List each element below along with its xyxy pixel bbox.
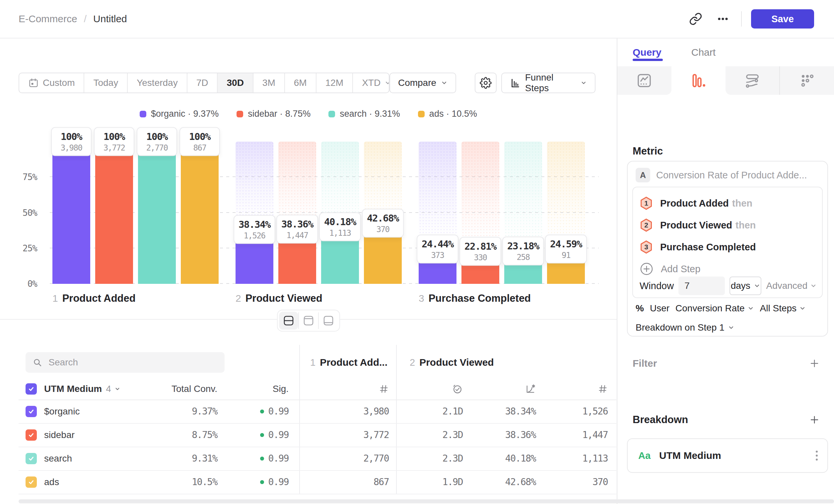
sig-dot-icon: [260, 433, 264, 437]
row-checkbox[interactable]: [25, 453, 37, 464]
tab-chart[interactable]: Chart: [692, 39, 716, 66]
top-bar: E-Commerce / Untitled Save: [0, 0, 834, 39]
chart-settings-button[interactable]: [475, 73, 497, 93]
value-label: 42.68%370: [362, 209, 404, 238]
report-title[interactable]: Untitled: [93, 13, 127, 25]
bar-slot: 42.68%370: [364, 142, 402, 284]
breadcrumb-project[interactable]: E-Commerce: [19, 13, 77, 25]
more-actions-button[interactable]: [714, 10, 732, 28]
measure-type-selector[interactable]: Conversion Rate: [676, 303, 754, 314]
range-xtd[interactable]: XTD: [353, 73, 390, 92]
user-count: 2,770: [142, 143, 172, 153]
legend-label: sidebar · 8.75%: [248, 109, 310, 119]
sig-value: 0.99: [268, 453, 289, 464]
user-count: 3,772: [99, 143, 129, 153]
x-axis-labels: 1Product Added2Product Viewed3Purchase C…: [50, 293, 599, 308]
select-all-checkbox[interactable]: [25, 383, 37, 395]
tab-query[interactable]: Query: [633, 39, 661, 66]
chart-type-flow[interactable]: [726, 66, 780, 95]
breadcrumb-separator: /: [84, 13, 87, 25]
range-3m[interactable]: 3M: [254, 73, 285, 92]
chevron-down-icon: [385, 79, 390, 86]
conversion-pct: 100%: [184, 131, 215, 142]
query-step-1[interactable]: 1Product Added then: [640, 193, 815, 214]
step1-count: 3,772: [299, 429, 396, 440]
range-label: 12M: [325, 77, 343, 88]
range-label: Custom: [43, 77, 75, 88]
range-7d[interactable]: 7D: [188, 73, 218, 92]
sig-header[interactable]: Sig.: [217, 384, 289, 394]
calendar-icon: [28, 77, 39, 88]
step-name: Product Viewed: [245, 293, 323, 304]
step-number: 2: [236, 293, 241, 304]
range-today[interactable]: Today: [84, 73, 128, 92]
legend-item-sidebar[interactable]: sidebar · 8.75%: [237, 109, 310, 119]
window-value-input[interactable]: [678, 277, 725, 295]
count-column-header[interactable]: [299, 384, 396, 394]
breakdown-item[interactable]: Aa UTM Medium: [627, 438, 828, 473]
metric-header[interactable]: A Conversion Rate of Product Adde...: [636, 167, 819, 183]
row-checkbox[interactable]: [25, 406, 37, 417]
chevron-down-icon[interactable]: [114, 386, 120, 392]
measure-scope-selector[interactable]: All Steps: [760, 303, 806, 314]
group-by-label[interactable]: UTM Medium: [44, 384, 102, 394]
step2-count: 1,447: [536, 429, 608, 440]
chevron-down-icon: [754, 282, 760, 289]
conv-rate-column-header[interactable]: [463, 384, 536, 394]
chart-type-insights[interactable]: [617, 66, 672, 95]
avg-time-column-header[interactable]: [396, 384, 463, 394]
range-30d[interactable]: 30D: [218, 73, 253, 92]
kebab-menu-icon[interactable]: [815, 449, 819, 462]
total-conv-header[interactable]: Total Conv.: [171, 384, 217, 394]
range-12m[interactable]: 12M: [316, 73, 353, 92]
bar-sidebar-step1[interactable]: [95, 142, 133, 284]
conversion-pct: 38.34%: [239, 219, 270, 230]
share-link-button[interactable]: [687, 10, 705, 28]
funnel-icon: [690, 73, 706, 89]
legend-item-organic[interactable]: $organic · 9.37%: [140, 109, 219, 119]
series-letter-chip: A: [636, 168, 650, 182]
compare-button[interactable]: Compare: [390, 73, 456, 93]
bar-ads-step1[interactable]: [181, 142, 219, 284]
breakdown-section: Breakdown: [633, 411, 819, 429]
add-filter-icon[interactable]: [809, 359, 819, 368]
save-button[interactable]: Save: [751, 9, 814, 28]
window-unit-selector[interactable]: days: [729, 277, 761, 295]
sig-cell: 0.99: [217, 477, 289, 487]
legend-item-ads[interactable]: ads · 10.5%: [418, 109, 477, 119]
value-label: 23.18%258: [502, 237, 544, 266]
breakdown-on-selector[interactable]: Breakdown on Step 1: [636, 320, 734, 335]
row-checkbox[interactable]: [25, 429, 37, 441]
layout-chart-button[interactable]: [299, 312, 318, 329]
layout-table-button[interactable]: [319, 312, 338, 329]
horizontal-scrollbar[interactable]: [19, 499, 834, 503]
query-step-3[interactable]: 3Purchase Completed: [640, 236, 815, 258]
range-6m[interactable]: 6M: [285, 73, 316, 92]
layout-split-button[interactable]: [279, 312, 298, 329]
legend-label: ads · 10.5%: [429, 109, 477, 119]
query-step-2[interactable]: 2Product Viewed then: [640, 214, 815, 236]
measure-entity[interactable]: User: [650, 303, 670, 314]
segment-name: ads: [44, 477, 59, 487]
chevron-down-icon: [747, 305, 754, 312]
legend-item-search[interactable]: search · 9.31%: [328, 109, 400, 119]
then-label: then: [732, 198, 752, 209]
add-breakdown-icon[interactable]: [809, 415, 819, 425]
total-conv-value: 9.31%: [171, 453, 217, 464]
search-input[interactable]: [48, 357, 217, 368]
bar-search-step1[interactable]: [138, 142, 176, 284]
range-yesterday[interactable]: Yesterday: [128, 73, 188, 92]
count-column-header[interactable]: [536, 384, 608, 394]
range-custom[interactable]: Custom: [19, 73, 84, 92]
metric-section-heading: Metric: [633, 145, 663, 157]
chart-view-selector[interactable]: Funnel Steps: [501, 73, 595, 93]
legend-label: $organic · 9.37%: [151, 109, 219, 119]
bar-organic-step1[interactable]: [52, 142, 90, 284]
step-number-badge: 1: [640, 196, 653, 210]
row-checkbox[interactable]: [25, 477, 37, 488]
chart-type-retention[interactable]: [779, 66, 834, 95]
advanced-toggle[interactable]: Advanced: [766, 280, 817, 291]
chart-type-funnel[interactable]: [672, 66, 726, 95]
app-root: E-Commerce / Untitled Save CustomTodayYe…: [0, 0, 834, 504]
range-label: 7D: [196, 77, 208, 88]
